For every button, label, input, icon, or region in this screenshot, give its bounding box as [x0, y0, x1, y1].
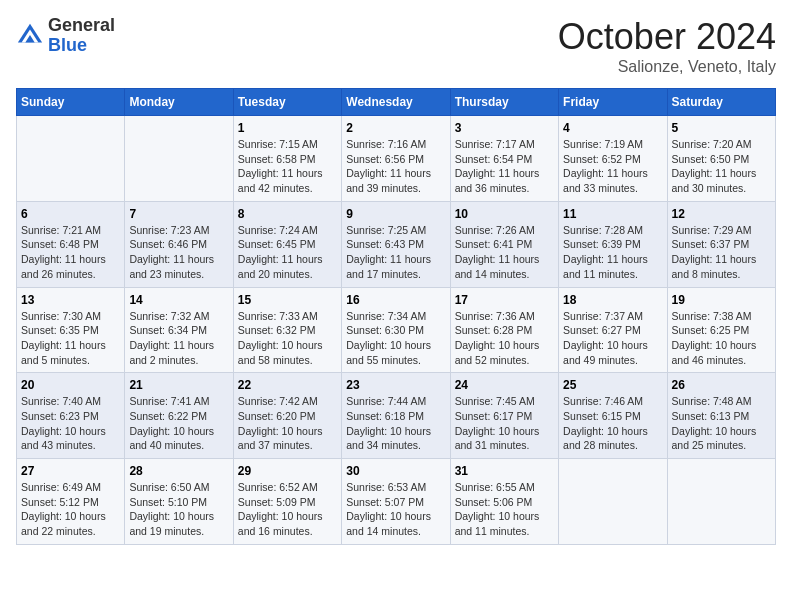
title-block: October 2024 Salionze, Veneto, Italy — [558, 16, 776, 76]
day-info: Sunrise: 6:53 AMSunset: 5:07 PMDaylight:… — [346, 480, 445, 539]
day-number: 2 — [346, 121, 445, 135]
week-row-3: 13Sunrise: 7:30 AMSunset: 6:35 PMDayligh… — [17, 287, 776, 373]
day-number: 4 — [563, 121, 662, 135]
week-row-1: 1Sunrise: 7:15 AMSunset: 6:58 PMDaylight… — [17, 116, 776, 202]
day-number: 10 — [455, 207, 554, 221]
day-info: Sunrise: 6:49 AMSunset: 5:12 PMDaylight:… — [21, 480, 120, 539]
calendar-cell: 6Sunrise: 7:21 AMSunset: 6:48 PMDaylight… — [17, 201, 125, 287]
weekday-header-wednesday: Wednesday — [342, 89, 450, 116]
calendar-cell — [667, 459, 775, 545]
day-number: 14 — [129, 293, 228, 307]
calendar-cell: 25Sunrise: 7:46 AMSunset: 6:15 PMDayligh… — [559, 373, 667, 459]
day-number: 30 — [346, 464, 445, 478]
day-info: Sunrise: 7:37 AMSunset: 6:27 PMDaylight:… — [563, 309, 662, 368]
page-header: General Blue October 2024 Salionze, Vene… — [16, 16, 776, 76]
logo-general: General — [48, 16, 115, 36]
day-number: 25 — [563, 378, 662, 392]
calendar-cell: 23Sunrise: 7:44 AMSunset: 6:18 PMDayligh… — [342, 373, 450, 459]
day-number: 31 — [455, 464, 554, 478]
weekday-header-tuesday: Tuesday — [233, 89, 341, 116]
day-info: Sunrise: 7:23 AMSunset: 6:46 PMDaylight:… — [129, 223, 228, 282]
day-info: Sunrise: 7:45 AMSunset: 6:17 PMDaylight:… — [455, 394, 554, 453]
day-number: 29 — [238, 464, 337, 478]
calendar-cell: 31Sunrise: 6:55 AMSunset: 5:06 PMDayligh… — [450, 459, 558, 545]
calendar-cell: 26Sunrise: 7:48 AMSunset: 6:13 PMDayligh… — [667, 373, 775, 459]
week-row-5: 27Sunrise: 6:49 AMSunset: 5:12 PMDayligh… — [17, 459, 776, 545]
calendar-cell: 14Sunrise: 7:32 AMSunset: 6:34 PMDayligh… — [125, 287, 233, 373]
day-number: 5 — [672, 121, 771, 135]
week-row-4: 20Sunrise: 7:40 AMSunset: 6:23 PMDayligh… — [17, 373, 776, 459]
calendar-cell: 18Sunrise: 7:37 AMSunset: 6:27 PMDayligh… — [559, 287, 667, 373]
day-info: Sunrise: 7:15 AMSunset: 6:58 PMDaylight:… — [238, 137, 337, 196]
day-info: Sunrise: 7:44 AMSunset: 6:18 PMDaylight:… — [346, 394, 445, 453]
day-info: Sunrise: 6:50 AMSunset: 5:10 PMDaylight:… — [129, 480, 228, 539]
day-number: 16 — [346, 293, 445, 307]
week-row-2: 6Sunrise: 7:21 AMSunset: 6:48 PMDaylight… — [17, 201, 776, 287]
day-number: 20 — [21, 378, 120, 392]
calendar-cell: 29Sunrise: 6:52 AMSunset: 5:09 PMDayligh… — [233, 459, 341, 545]
calendar-cell: 8Sunrise: 7:24 AMSunset: 6:45 PMDaylight… — [233, 201, 341, 287]
day-info: Sunrise: 7:40 AMSunset: 6:23 PMDaylight:… — [21, 394, 120, 453]
weekday-header-row: SundayMondayTuesdayWednesdayThursdayFrid… — [17, 89, 776, 116]
calendar-cell: 9Sunrise: 7:25 AMSunset: 6:43 PMDaylight… — [342, 201, 450, 287]
calendar-cell: 1Sunrise: 7:15 AMSunset: 6:58 PMDaylight… — [233, 116, 341, 202]
logo-icon — [16, 22, 44, 50]
calendar-cell: 4Sunrise: 7:19 AMSunset: 6:52 PMDaylight… — [559, 116, 667, 202]
calendar-cell: 7Sunrise: 7:23 AMSunset: 6:46 PMDaylight… — [125, 201, 233, 287]
month-title: October 2024 — [558, 16, 776, 58]
day-number: 21 — [129, 378, 228, 392]
calendar-cell: 3Sunrise: 7:17 AMSunset: 6:54 PMDaylight… — [450, 116, 558, 202]
day-info: Sunrise: 7:41 AMSunset: 6:22 PMDaylight:… — [129, 394, 228, 453]
day-number: 7 — [129, 207, 228, 221]
location: Salionze, Veneto, Italy — [558, 58, 776, 76]
calendar-cell: 15Sunrise: 7:33 AMSunset: 6:32 PMDayligh… — [233, 287, 341, 373]
day-info: Sunrise: 7:29 AMSunset: 6:37 PMDaylight:… — [672, 223, 771, 282]
calendar-cell — [125, 116, 233, 202]
weekday-header-saturday: Saturday — [667, 89, 775, 116]
day-info: Sunrise: 7:24 AMSunset: 6:45 PMDaylight:… — [238, 223, 337, 282]
day-number: 17 — [455, 293, 554, 307]
day-info: Sunrise: 7:16 AMSunset: 6:56 PMDaylight:… — [346, 137, 445, 196]
day-info: Sunrise: 7:21 AMSunset: 6:48 PMDaylight:… — [21, 223, 120, 282]
day-number: 27 — [21, 464, 120, 478]
calendar-cell: 16Sunrise: 7:34 AMSunset: 6:30 PMDayligh… — [342, 287, 450, 373]
day-number: 24 — [455, 378, 554, 392]
day-info: Sunrise: 7:46 AMSunset: 6:15 PMDaylight:… — [563, 394, 662, 453]
day-number: 22 — [238, 378, 337, 392]
calendar-table: SundayMondayTuesdayWednesdayThursdayFrid… — [16, 88, 776, 545]
day-number: 1 — [238, 121, 337, 135]
day-number: 28 — [129, 464, 228, 478]
day-info: Sunrise: 6:55 AMSunset: 5:06 PMDaylight:… — [455, 480, 554, 539]
calendar-cell: 22Sunrise: 7:42 AMSunset: 6:20 PMDayligh… — [233, 373, 341, 459]
day-info: Sunrise: 7:36 AMSunset: 6:28 PMDaylight:… — [455, 309, 554, 368]
calendar-cell: 17Sunrise: 7:36 AMSunset: 6:28 PMDayligh… — [450, 287, 558, 373]
calendar-cell — [17, 116, 125, 202]
day-number: 6 — [21, 207, 120, 221]
calendar-cell: 10Sunrise: 7:26 AMSunset: 6:41 PMDayligh… — [450, 201, 558, 287]
calendar-cell: 19Sunrise: 7:38 AMSunset: 6:25 PMDayligh… — [667, 287, 775, 373]
day-number: 19 — [672, 293, 771, 307]
day-info: Sunrise: 7:19 AMSunset: 6:52 PMDaylight:… — [563, 137, 662, 196]
weekday-header-thursday: Thursday — [450, 89, 558, 116]
calendar-cell: 24Sunrise: 7:45 AMSunset: 6:17 PMDayligh… — [450, 373, 558, 459]
day-number: 3 — [455, 121, 554, 135]
day-info: Sunrise: 7:32 AMSunset: 6:34 PMDaylight:… — [129, 309, 228, 368]
calendar-cell: 30Sunrise: 6:53 AMSunset: 5:07 PMDayligh… — [342, 459, 450, 545]
day-info: Sunrise: 7:48 AMSunset: 6:13 PMDaylight:… — [672, 394, 771, 453]
calendar-cell: 11Sunrise: 7:28 AMSunset: 6:39 PMDayligh… — [559, 201, 667, 287]
day-info: Sunrise: 7:26 AMSunset: 6:41 PMDaylight:… — [455, 223, 554, 282]
day-number: 26 — [672, 378, 771, 392]
day-info: Sunrise: 7:38 AMSunset: 6:25 PMDaylight:… — [672, 309, 771, 368]
weekday-header-friday: Friday — [559, 89, 667, 116]
day-number: 18 — [563, 293, 662, 307]
calendar-cell: 27Sunrise: 6:49 AMSunset: 5:12 PMDayligh… — [17, 459, 125, 545]
calendar-cell: 12Sunrise: 7:29 AMSunset: 6:37 PMDayligh… — [667, 201, 775, 287]
calendar-cell: 20Sunrise: 7:40 AMSunset: 6:23 PMDayligh… — [17, 373, 125, 459]
day-info: Sunrise: 7:28 AMSunset: 6:39 PMDaylight:… — [563, 223, 662, 282]
weekday-header-sunday: Sunday — [17, 89, 125, 116]
day-number: 11 — [563, 207, 662, 221]
calendar-cell — [559, 459, 667, 545]
day-number: 9 — [346, 207, 445, 221]
day-number: 13 — [21, 293, 120, 307]
day-info: Sunrise: 7:25 AMSunset: 6:43 PMDaylight:… — [346, 223, 445, 282]
